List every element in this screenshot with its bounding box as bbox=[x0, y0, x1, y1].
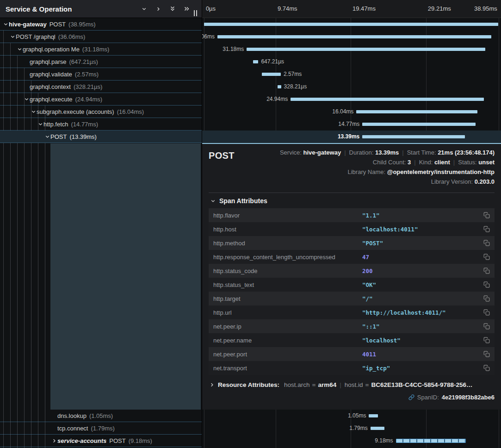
resource-attributes-row[interactable]: Resource Attributes: host.arch=arm64|hos… bbox=[209, 381, 495, 388]
span-bar[interactable] bbox=[217, 35, 491, 38]
span-timeline-row[interactable] bbox=[202, 18, 501, 31]
chevron-down-icon[interactable] bbox=[23, 97, 30, 102]
duration-label: (38.95ms) bbox=[68, 21, 96, 28]
span-bar[interactable] bbox=[291, 98, 483, 101]
span-tree-row[interactable]: POST /graphql(36.06ms) bbox=[0, 31, 202, 43]
span-tree-row[interactable]: hive-gatewayPOST(38.95ms) bbox=[0, 18, 202, 31]
span-tree-row[interactable]: POST(13.39ms) bbox=[0, 131, 202, 143]
copy-icon[interactable] bbox=[482, 309, 491, 316]
span-attributes-table: http.flavor"1.1"http.host"localhost:4011… bbox=[209, 208, 495, 375]
span-tree-row[interactable]: subgraph.execute (accounts)(16.04ms) bbox=[0, 106, 202, 118]
span-timeline-row[interactable]: 9.18ms bbox=[202, 435, 501, 447]
span-timeline-bottom: 1.05ms1.79ms9.18ms bbox=[202, 410, 501, 447]
span-tree-row[interactable]: dns.lookup(1.05ms) bbox=[0, 410, 202, 422]
chevron-down-icon[interactable] bbox=[2, 22, 9, 27]
tree-toolbar bbox=[140, 5, 202, 12]
chevron-down-icon[interactable] bbox=[37, 122, 43, 127]
double-chevron-down-icon[interactable] bbox=[169, 5, 176, 12]
span-timeline-row[interactable]: 36.06ms bbox=[202, 31, 501, 43]
copy-icon[interactable] bbox=[482, 268, 491, 274]
span-tree-row[interactable]: graphql.validate(2.57ms) bbox=[0, 68, 202, 81]
attribute-value: "localhost:4011" bbox=[362, 226, 482, 233]
chevron-down-icon[interactable] bbox=[140, 5, 148, 12]
span-tree-row[interactable]: graphql.context(328.21µs) bbox=[0, 81, 202, 93]
span-timeline-row[interactable]: 1.05ms bbox=[202, 410, 501, 422]
detail-divider bbox=[209, 193, 495, 193]
attribute-value: 200 bbox=[362, 268, 482, 274]
span-timeline-row[interactable]: 24.94ms bbox=[202, 93, 501, 106]
copy-icon[interactable] bbox=[482, 351, 491, 357]
chevron-right-icon[interactable] bbox=[51, 438, 57, 443]
attribute-value: "OK" bbox=[362, 281, 482, 288]
span-timeline-row[interactable]: 31.18ms bbox=[202, 43, 501, 56]
attribute-row: http.status_text"OK" bbox=[209, 278, 495, 292]
attribute-row: net.transport"ip_tcp" bbox=[209, 361, 495, 375]
attribute-row: http.host"localhost:4011" bbox=[209, 222, 495, 236]
copy-icon[interactable] bbox=[482, 295, 491, 302]
span-timeline-row[interactable]: 16.04ms bbox=[202, 106, 501, 118]
chevron-right-icon[interactable] bbox=[155, 5, 162, 12]
span-bar[interactable] bbox=[356, 110, 477, 113]
span-timeline-row[interactable]: 1.79ms bbox=[202, 422, 501, 435]
copy-icon[interactable] bbox=[482, 337, 491, 343]
meta-value: @opentelemetry/instrumentation-http bbox=[387, 168, 495, 175]
span-tree-row[interactable]: graphql.parse(647.21µs) bbox=[0, 56, 202, 68]
copy-icon[interactable] bbox=[482, 212, 491, 218]
span-timeline-row[interactable]: 647.21µs bbox=[202, 56, 501, 68]
timeline-tick-label: 9.74ms bbox=[278, 5, 297, 12]
span-bar[interactable] bbox=[253, 60, 258, 63]
span-timeline-row[interactable]: 13.39ms bbox=[202, 131, 501, 143]
attribute-value: "::1" bbox=[362, 323, 482, 330]
span-bar[interactable] bbox=[362, 135, 465, 138]
service-name: service-accounts bbox=[57, 437, 106, 444]
span-bar[interactable] bbox=[362, 123, 476, 126]
span-tree-row[interactable]: tcp.connect(1.79ms) bbox=[0, 422, 202, 435]
copy-icon[interactable] bbox=[482, 254, 491, 260]
double-chevron-right-icon[interactable] bbox=[183, 5, 191, 12]
duration-label: (1.79ms) bbox=[91, 425, 115, 432]
operation-name: graphql.execute bbox=[30, 96, 73, 103]
copy-icon[interactable] bbox=[482, 365, 491, 371]
copy-icon[interactable] bbox=[482, 226, 491, 232]
copy-icon[interactable] bbox=[482, 281, 491, 288]
copy-icon[interactable] bbox=[482, 240, 491, 246]
span-bar[interactable] bbox=[204, 23, 498, 26]
span-meta: Service: hive-gateway|Duration: 13.39ms|… bbox=[235, 148, 495, 187]
chevron-down-icon[interactable] bbox=[44, 134, 50, 139]
span-bar-duration: 24.94ms bbox=[266, 93, 288, 106]
chevron-right-icon bbox=[209, 382, 215, 387]
attribute-value: 47 bbox=[362, 254, 482, 261]
attribute-key: net.peer.port bbox=[213, 351, 362, 358]
span-tree-row[interactable]: http.fetch(14.77ms) bbox=[0, 118, 202, 131]
attribute-value: "http://localhost:4011/" bbox=[362, 309, 482, 316]
span-bar[interactable] bbox=[247, 48, 485, 51]
span-bar[interactable] bbox=[278, 85, 281, 88]
attribute-value: "ip_tcp" bbox=[362, 365, 482, 372]
span-bar[interactable] bbox=[262, 73, 281, 76]
chevron-down-icon[interactable] bbox=[16, 47, 23, 52]
span-timeline-row[interactable]: 2.57ms bbox=[202, 68, 501, 81]
span-attributes-toggle[interactable]: Span Attributes bbox=[210, 197, 495, 205]
span-bar[interactable] bbox=[371, 427, 384, 430]
span-timeline-row[interactable]: 14.77ms bbox=[202, 118, 501, 131]
equals-sign: = bbox=[312, 381, 316, 388]
span-bar[interactable] bbox=[396, 439, 466, 443]
chevron-down-icon[interactable] bbox=[30, 109, 37, 114]
operation-name: POST bbox=[50, 133, 67, 140]
link-icon[interactable] bbox=[408, 394, 414, 400]
attribute-key: net.peer.name bbox=[213, 337, 362, 344]
span-tree-row[interactable]: graphql.execute(24.94ms) bbox=[0, 93, 202, 106]
span-tree-row[interactable]: service-accountsPOST(9.18ms) bbox=[0, 435, 202, 447]
meta-value: 21ms (23:56:48.174) bbox=[438, 149, 495, 156]
attribute-key: http.response_content_length_uncompresse… bbox=[213, 254, 362, 261]
span-bar[interactable] bbox=[369, 414, 378, 417]
duration-label: (16.04ms) bbox=[117, 108, 144, 115]
span-tree-row[interactable]: graphql.operation Me(31.18ms) bbox=[0, 43, 202, 56]
span-timeline-row[interactable]: 328.21µs bbox=[202, 81, 501, 93]
meta-key: Child Count: bbox=[373, 159, 408, 166]
span-title: POST bbox=[209, 148, 235, 161]
chevron-down-icon[interactable] bbox=[9, 34, 16, 39]
panel-resize-handle[interactable] bbox=[194, 10, 197, 16]
copy-icon[interactable] bbox=[482, 323, 491, 330]
span-meta-line: Child Count: 3|Kind: client|Status: unse… bbox=[235, 157, 495, 167]
